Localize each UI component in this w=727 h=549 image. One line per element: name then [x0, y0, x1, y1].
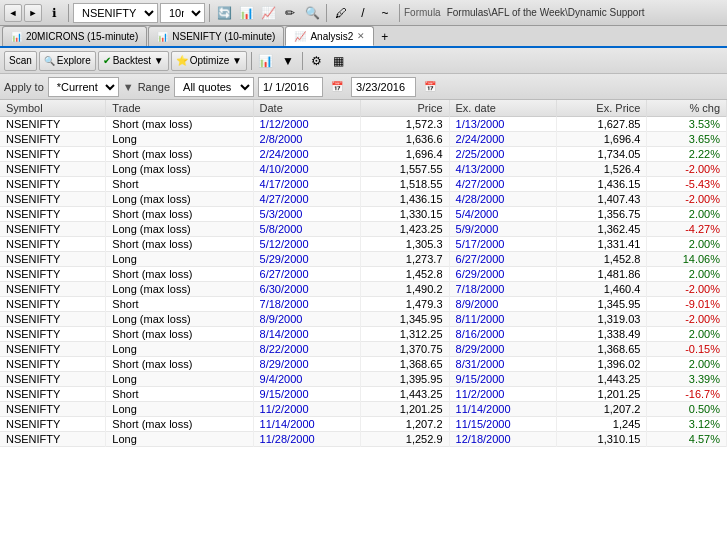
zoom-icon[interactable]: 🔍: [302, 3, 322, 23]
cell-symbol: NSENIFTY: [0, 312, 106, 327]
cell-exprice: 1,310.15: [557, 432, 647, 447]
cell-exprice: 1,526.4: [557, 162, 647, 177]
cell-date: 8/22/2000: [253, 342, 361, 357]
table-row[interactable]: NSENIFTY Long 11/28/2000 1,252.9 12/18/2…: [0, 432, 727, 447]
table-row[interactable]: NSENIFTY Short (max loss) 8/14/2000 1,31…: [0, 327, 727, 342]
cell-exprice: 1,734.05: [557, 147, 647, 162]
cell-price: 1,490.2: [361, 282, 449, 297]
pen-icon[interactable]: 🖊: [331, 3, 351, 23]
table-row[interactable]: NSENIFTY Long 11/2/2000 1,201.25 11/14/2…: [0, 402, 727, 417]
cell-exprice: 1,345.95: [557, 297, 647, 312]
third-toolbar: Apply to *Current ▼ Range All quotes 📅 📅: [0, 74, 727, 100]
back-button[interactable]: ◄: [4, 4, 22, 22]
tb2-dropdown-icon[interactable]: ▼: [278, 51, 298, 71]
cell-price: 1,368.65: [361, 357, 449, 372]
table-row[interactable]: NSENIFTY Short (max loss) 5/3/2000 1,330…: [0, 207, 727, 222]
formula-label: Formula: [404, 7, 441, 18]
cell-date: 4/27/2000: [253, 192, 361, 207]
table-row[interactable]: NSENIFTY Short 4/17/2000 1,518.55 4/27/2…: [0, 177, 727, 192]
tab-20m-label: 20MICRONS (15-minute): [26, 31, 138, 42]
separator: [68, 4, 69, 22]
cell-pct: -16.7%: [647, 387, 727, 402]
symbol-selector[interactable]: NSENIFTY: [73, 3, 158, 23]
col-pctchg: % chg: [647, 100, 727, 117]
table-row[interactable]: NSENIFTY Long (max loss) 4/27/2000 1,436…: [0, 192, 727, 207]
tab-20microns[interactable]: 📊 20MICRONS (15-minute): [2, 26, 147, 46]
cell-symbol: NSENIFTY: [0, 177, 106, 192]
tab-nsenifty[interactable]: 📊 NSENIFTY (10-minute): [148, 26, 284, 46]
table-row[interactable]: NSENIFTY Short (max loss) 6/27/2000 1,45…: [0, 267, 727, 282]
cell-trade: Short (max loss): [106, 357, 253, 372]
range-select[interactable]: All quotes: [174, 77, 254, 97]
cell-price: 1,305.3: [361, 237, 449, 252]
tab-analysis2[interactable]: 📈 Analysis2 ✕: [285, 26, 374, 46]
table-row[interactable]: NSENIFTY Short 9/15/2000 1,443.25 11/2/2…: [0, 387, 727, 402]
cell-exprice: 1,460.4: [557, 282, 647, 297]
date-to-input[interactable]: [351, 77, 416, 97]
table-row[interactable]: NSENIFTY Long (max loss) 8/9/2000 1,345.…: [0, 312, 727, 327]
table-row[interactable]: NSENIFTY Short (max loss) 5/12/2000 1,30…: [0, 237, 727, 252]
tab-bar: 📊 20MICRONS (15-minute) 📊 NSENIFTY (10-m…: [0, 26, 727, 48]
table-header-row: Symbol Trade Date Price Ex. date Ex. Pri…: [0, 100, 727, 117]
optimize-label: Optimize ▼: [190, 55, 242, 66]
backtest-button[interactable]: ✔ Backtest ▼: [98, 51, 169, 71]
candlestick-icon[interactable]: 📊: [236, 3, 256, 23]
col-exdate: Ex. date: [449, 100, 557, 117]
apply-select[interactable]: *Current: [48, 77, 119, 97]
cell-pct: -2.00%: [647, 162, 727, 177]
optimize-button[interactable]: ⭐ Optimize ▼: [171, 51, 247, 71]
curve-icon[interactable]: ~: [375, 3, 395, 23]
forward-button[interactable]: ►: [24, 4, 42, 22]
cell-price: 1,273.7: [361, 252, 449, 267]
cell-pct: -2.00%: [647, 282, 727, 297]
table-row[interactable]: NSENIFTY Short (max loss) 8/29/2000 1,36…: [0, 357, 727, 372]
table-row[interactable]: NSENIFTY Long 5/29/2000 1,273.7 6/27/200…: [0, 252, 727, 267]
cell-trade: Short (max loss): [106, 327, 253, 342]
tab-close-button[interactable]: ✕: [357, 31, 365, 41]
info-icon[interactable]: ℹ: [44, 3, 64, 23]
tab-20m-icon: 📊: [11, 32, 22, 42]
refresh-icon[interactable]: 🔄: [214, 3, 234, 23]
grid-icon[interactable]: ▦: [329, 51, 349, 71]
col-date: Date: [253, 100, 361, 117]
table-row[interactable]: NSENIFTY Short 7/18/2000 1,479.3 8/9/200…: [0, 297, 727, 312]
tab-add-button[interactable]: +: [375, 28, 394, 46]
cell-price: 1,370.75: [361, 342, 449, 357]
cell-symbol: NSENIFTY: [0, 117, 106, 132]
table-row[interactable]: NSENIFTY Long (max loss) 5/8/2000 1,423.…: [0, 222, 727, 237]
table-row[interactable]: NSENIFTY Short (max loss) 2/24/2000 1,69…: [0, 147, 727, 162]
cell-date: 8/9/2000: [253, 312, 361, 327]
cell-price: 1,252.9: [361, 432, 449, 447]
cell-date: 8/14/2000: [253, 327, 361, 342]
date-to-calendar-icon[interactable]: 📅: [420, 77, 440, 97]
cell-price: 1,479.3: [361, 297, 449, 312]
table-row[interactable]: NSENIFTY Long 2/8/2000 1,636.6 2/24/2000…: [0, 132, 727, 147]
cell-exdate: 8/9/2000: [449, 297, 557, 312]
cell-trade: Short (max loss): [106, 147, 253, 162]
table-row[interactable]: NSENIFTY Short (max loss) 1/12/2000 1,57…: [0, 117, 727, 132]
scan-button[interactable]: Scan: [4, 51, 37, 71]
cell-trade: Short: [106, 387, 253, 402]
cell-trade: Short (max loss): [106, 117, 253, 132]
chart-type-icon[interactable]: 📊: [256, 51, 276, 71]
filter-icon[interactable]: ▼: [123, 81, 134, 93]
table-row[interactable]: NSENIFTY Short (max loss) 11/14/2000 1,2…: [0, 417, 727, 432]
table-row[interactable]: NSENIFTY Long (max loss) 6/30/2000 1,490…: [0, 282, 727, 297]
table-row[interactable]: NSENIFTY Long 8/22/2000 1,370.75 8/29/20…: [0, 342, 727, 357]
date-from-calendar-icon[interactable]: 📅: [327, 77, 347, 97]
line-icon[interactable]: /: [353, 3, 373, 23]
date-from-input[interactable]: [258, 77, 323, 97]
explore-button[interactable]: 🔍 Explore: [39, 51, 96, 71]
cell-exdate: 4/27/2000: [449, 177, 557, 192]
timeframe-selector[interactable]: 10m: [160, 3, 205, 23]
settings-icon[interactable]: ⚙: [307, 51, 327, 71]
cell-date: 2/8/2000: [253, 132, 361, 147]
table-row[interactable]: NSENIFTY Long (max loss) 4/10/2000 1,557…: [0, 162, 727, 177]
cell-pct: -9.01%: [647, 297, 727, 312]
draw-icon[interactable]: ✏: [280, 3, 300, 23]
cell-exprice: 1,407.43: [557, 192, 647, 207]
cell-symbol: NSENIFTY: [0, 282, 106, 297]
cell-date: 9/15/2000: [253, 387, 361, 402]
indicator-icon[interactable]: 📈: [258, 3, 278, 23]
table-row[interactable]: NSENIFTY Long 9/4/2000 1,395.95 9/15/200…: [0, 372, 727, 387]
